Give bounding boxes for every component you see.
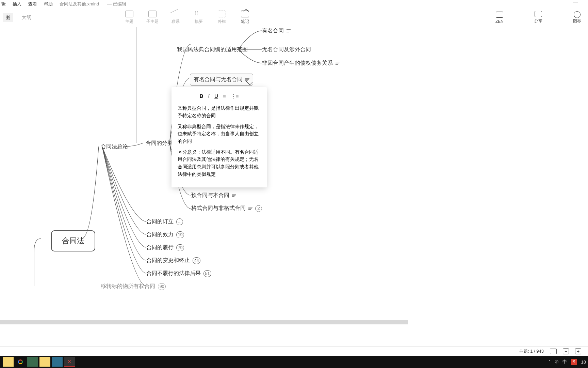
child-count-badge[interactable]: 44 bbox=[193, 257, 200, 264]
node-root[interactable]: 合同法 bbox=[51, 230, 95, 251]
minimap-icon[interactable] bbox=[550, 349, 557, 354]
tab-outline[interactable]: 大纲 bbox=[19, 13, 34, 22]
tool-iconlib[interactable]: 图标 bbox=[573, 11, 581, 24]
node-label: 非因合同产生的债权债务关系 bbox=[262, 60, 333, 67]
node-classification[interactable]: 合同的分类 bbox=[146, 140, 173, 147]
node-label: 合同的分类 bbox=[146, 140, 173, 147]
tab-mindmap[interactable]: 图 bbox=[3, 13, 13, 22]
ordered-list-button[interactable]: ⋮≡ bbox=[231, 92, 239, 100]
note-paragraph[interactable]: 区分意义：法律适用不同。有名合同适用合同法及其他法律的有关规定；无名合同适用总则… bbox=[178, 149, 261, 178]
tray-sogou-icon[interactable]: S bbox=[571, 359, 577, 365]
document-title: 合同法及其他.xmind — 已编辑 bbox=[60, 1, 133, 7]
topic-count: 主题: 1 / 943 bbox=[519, 348, 544, 354]
child-count-badge[interactable]: 2 bbox=[255, 205, 262, 212]
italic-button[interactable]: I bbox=[208, 92, 210, 100]
minimize-icon[interactable] bbox=[573, 2, 578, 2]
taskbar-icon[interactable] bbox=[39, 357, 50, 367]
node-label: 合同法总论 bbox=[101, 143, 128, 150]
status-bar: 主题: 1 / 943 − + bbox=[0, 346, 588, 356]
tray-ime[interactable]: 中 bbox=[562, 359, 567, 365]
menu-help[interactable]: 帮助 bbox=[44, 1, 53, 7]
node-label: 移转标的物所有权合同 bbox=[101, 283, 155, 290]
mindmap-canvas[interactable]: 合同法 合同法总论 合同的分类 我国民法典合同编的适用范围 有名合同 无名合同及… bbox=[0, 27, 588, 346]
smile-icon bbox=[574, 11, 581, 18]
tray-wifi-icon[interactable]: ⦾ bbox=[555, 359, 558, 365]
node-label: 格式合同与非格式合同 bbox=[191, 205, 246, 212]
node-label: 有名合同与无名合同 bbox=[194, 76, 243, 83]
node-format[interactable]: 格式合同与非格式合同 2 bbox=[191, 205, 262, 212]
node-label: 合同的效力 bbox=[146, 231, 174, 238]
tool-note[interactable]: 笔记 bbox=[238, 11, 252, 25]
scrollbar-thumb[interactable] bbox=[0, 320, 408, 324]
tray-clock[interactable]: 18 bbox=[581, 359, 586, 365]
tool-share[interactable]: 分享 bbox=[534, 11, 542, 24]
tool-topic[interactable]: 主题 bbox=[122, 11, 136, 25]
zoom-out-button[interactable]: − bbox=[563, 348, 569, 354]
note-icon[interactable] bbox=[336, 62, 340, 65]
taskbar-chrome-icon[interactable] bbox=[15, 357, 26, 367]
node-unnamed-contract[interactable]: 无名合同及涉外合同 bbox=[262, 46, 311, 53]
tool-boundary[interactable]: 外框 bbox=[215, 11, 229, 25]
node-named-contract[interactable]: 有名合同 bbox=[262, 27, 291, 34]
taskbar-icon[interactable] bbox=[52, 357, 63, 367]
node-nonperformance[interactable]: 合同不履行的法律后果 51 bbox=[146, 270, 211, 277]
tool-summary[interactable]: { }概要 bbox=[192, 11, 206, 25]
node-validity[interactable]: 合同的效力 19 bbox=[146, 231, 184, 238]
taskbar-icon[interactable] bbox=[27, 357, 38, 367]
node-label: 合同不履行的法律后果 bbox=[146, 270, 201, 277]
menu-bar: 辑 插入 查看 帮助 合同法及其他.xmind — 已编辑 bbox=[0, 0, 588, 8]
bold-button[interactable]: B bbox=[199, 92, 203, 100]
node-label: 我国民法典合同编的适用范围 bbox=[177, 46, 248, 53]
menu-view[interactable]: 查看 bbox=[28, 1, 37, 7]
horizontal-scrollbar[interactable] bbox=[0, 320, 408, 324]
tray-chevron-icon[interactable]: ˄ bbox=[549, 359, 551, 365]
node-modification[interactable]: 合同的变更和终止 44 bbox=[146, 257, 200, 264]
connector-lines bbox=[0, 27, 588, 346]
note-icon[interactable] bbox=[248, 207, 252, 210]
menu-edit[interactable]: 辑 bbox=[1, 1, 6, 7]
node-label: 合同的变更和终止 bbox=[146, 257, 190, 264]
node-overview[interactable]: 合同法总论 bbox=[101, 143, 128, 150]
zoom-in-button[interactable]: + bbox=[575, 348, 581, 354]
menu-insert[interactable]: 插入 bbox=[13, 1, 21, 7]
taskbar-xmind-icon[interactable]: ✕ bbox=[64, 357, 75, 367]
child-count-badge[interactable]: 51 bbox=[203, 270, 211, 277]
node-selected[interactable]: 有名合同与无名合同 bbox=[190, 74, 253, 86]
node-precontract[interactable]: 预合同与本合同 bbox=[191, 192, 236, 199]
note-icon[interactable] bbox=[287, 29, 291, 32]
child-count-badge[interactable]: 79 bbox=[176, 244, 184, 251]
tool-relation[interactable]: 联系 bbox=[169, 11, 182, 25]
taskbar-explorer-icon[interactable] bbox=[3, 357, 14, 367]
bullet-list-button[interactable]: ≡ bbox=[223, 92, 226, 100]
note-icon[interactable] bbox=[232, 194, 236, 197]
tool-zen[interactable]: ZEN bbox=[495, 12, 504, 24]
node-non-contract-debt[interactable]: 非因合同产生的债权债务关系 bbox=[262, 60, 340, 67]
node-label: 有名合同 bbox=[262, 27, 284, 34]
node-scope[interactable]: 我国民法典合同编的适用范围 bbox=[177, 46, 248, 53]
note-paragraph[interactable]: 又称非典型合同，是指法律未作规定，也未赋予特定名称，由当事人自由创立的合同 bbox=[178, 123, 261, 145]
child-count-badge[interactable]: 19 bbox=[176, 231, 184, 238]
node-label: 无名合同及涉外合同 bbox=[262, 46, 311, 53]
node-label: 合同的订立 bbox=[146, 218, 174, 225]
text-caret bbox=[216, 172, 216, 177]
child-count-badge[interactable]: ··· bbox=[176, 218, 183, 225]
windows-taskbar: ✕ ˄ ⦾ 中 S 18 bbox=[0, 356, 588, 368]
child-count-badge[interactable]: 90 bbox=[158, 283, 166, 290]
note-paragraph[interactable]: 又称典型合同，是指法律作出规定并赋予特定名称的合同 bbox=[178, 105, 261, 119]
tool-subtopic[interactable]: 子主题 bbox=[146, 11, 159, 25]
toolbar: 图 大纲 主题 子主题 联系 { }概要 外框 笔记 ZEN 分享 图标 bbox=[0, 8, 588, 27]
node-performance[interactable]: 合同的履行 79 bbox=[146, 244, 184, 251]
node-formation[interactable]: 合同的订立 ··· bbox=[146, 218, 183, 225]
format-toolbar: B I U ≡ ⋮≡ bbox=[178, 92, 261, 100]
node-transfer[interactable]: 移转标的物所有权合同 90 bbox=[101, 283, 166, 290]
underline-button[interactable]: U bbox=[214, 92, 218, 100]
note-editor-popup[interactable]: B I U ≡ ⋮≡ 又称典型合同，是指法律作出规定并赋予特定名称的合同 又称非… bbox=[172, 87, 267, 187]
node-label: 预合同与本合同 bbox=[191, 192, 229, 199]
node-label: 合同的履行 bbox=[146, 244, 174, 251]
node-label: 合同法 bbox=[62, 236, 84, 246]
